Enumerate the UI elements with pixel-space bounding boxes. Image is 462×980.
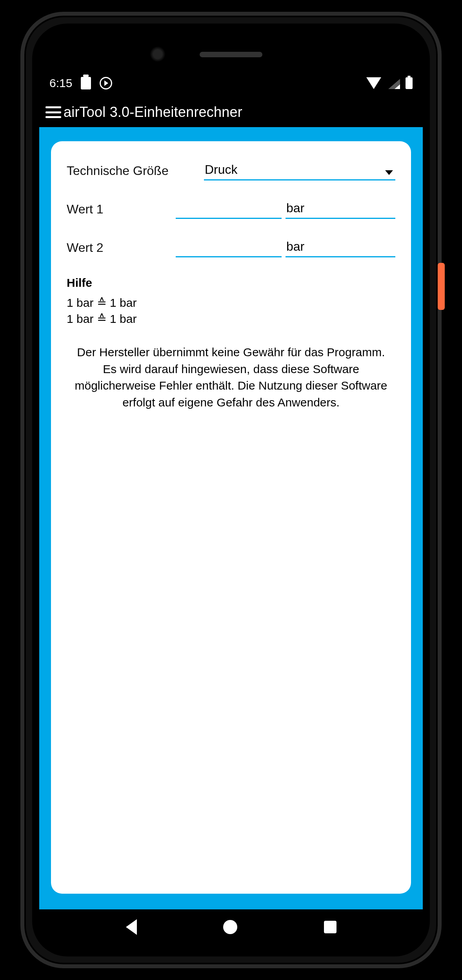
do-not-disturb-icon: [100, 77, 112, 89]
chevron-down-icon: [385, 170, 393, 175]
value2-unit: bar: [286, 238, 395, 257]
cell-signal-icon: [387, 77, 400, 89]
quantity-select[interactable]: Druck: [204, 161, 395, 180]
screen: 6:15 airTool 3.0-Einheitenrechner: [39, 69, 423, 909]
quantity-label: Technische Größe: [67, 164, 204, 180]
nav-home-icon[interactable]: [223, 920, 237, 934]
front-camera: [150, 46, 166, 62]
system-nav-bar: [39, 909, 423, 945]
help-heading: Hilfe: [67, 276, 395, 290]
wifi-icon: [366, 77, 381, 89]
value1-label: Wert 1: [67, 202, 149, 219]
value1-input[interactable]: [176, 199, 282, 219]
value1-unit-select[interactable]: bar: [286, 199, 395, 219]
app-bar: airTool 3.0-Einheitenrechner: [39, 97, 423, 127]
card: Technische Größe Druck Wert 1 bar: [51, 141, 411, 894]
value2-unit-select[interactable]: bar: [286, 238, 395, 257]
status-bar: 6:15: [39, 69, 423, 97]
content-area: Technische Größe Druck Wert 1 bar: [39, 127, 423, 909]
value1-unit: bar: [286, 199, 395, 219]
app-title: airTool 3.0-Einheitenrechner: [64, 104, 242, 120]
disclaimer-text: Der Hersteller übernimmt keine Gewähr fü…: [67, 344, 395, 411]
sd-card-icon: [81, 77, 91, 89]
value2-input[interactable]: [176, 238, 282, 257]
nav-back-icon[interactable]: [126, 919, 137, 935]
nav-recent-icon[interactable]: [324, 921, 336, 933]
value2-label: Wert 2: [67, 240, 149, 257]
help-line-2: 1 bar ≙ 1 bar: [67, 311, 395, 327]
battery-icon: [406, 77, 413, 89]
earpiece: [200, 52, 262, 57]
status-time: 6:15: [49, 77, 72, 90]
quantity-value: Druck: [204, 161, 395, 180]
phone-frame: 6:15 airTool 3.0-Einheitenrechner: [20, 12, 442, 968]
help-line-1: 1 bar ≙ 1 bar: [67, 295, 395, 311]
menu-icon[interactable]: [45, 106, 61, 118]
power-button: [438, 263, 445, 310]
